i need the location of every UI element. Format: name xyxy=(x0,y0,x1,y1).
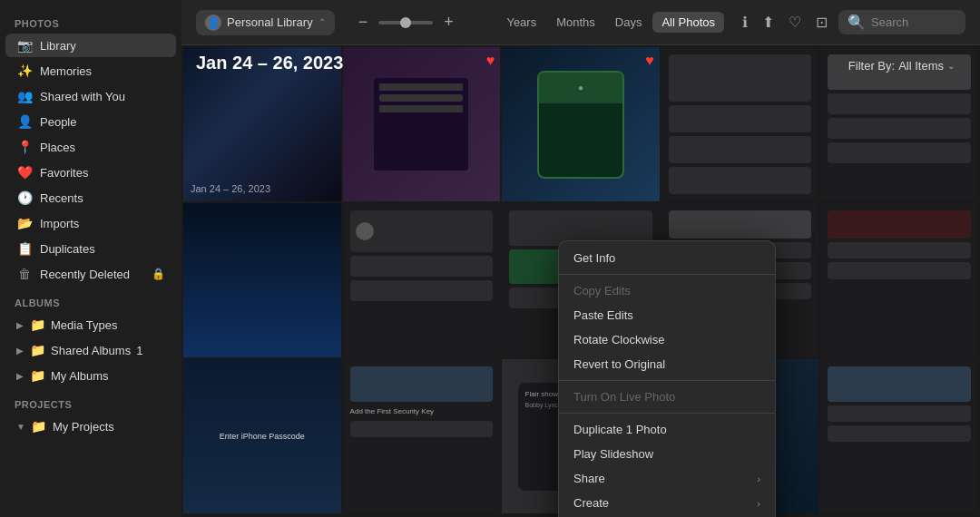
ctx-label-revert-to-original: Revert to Original xyxy=(573,357,665,371)
view-months-button[interactable]: Months xyxy=(547,12,604,33)
sidebar-label-shared-albums: Shared Albums xyxy=(51,344,131,357)
sidebar-label-imports: Imports xyxy=(40,217,79,230)
projects-section-title: Projects xyxy=(0,388,181,414)
sidebar-label-duplicates: Duplicates xyxy=(40,242,95,256)
my-albums-icon: 📁 xyxy=(29,367,45,384)
ctx-item-turn-on-live: Turn On Live Photo xyxy=(559,385,775,409)
shared-albums-badge: 1 xyxy=(136,344,142,357)
sidebar-label-my-projects: My Projects xyxy=(53,420,114,434)
view-all-photos-button[interactable]: All Photos xyxy=(652,12,724,33)
ctx-label-create: Create xyxy=(573,496,609,510)
ctx-label-rotate-clockwise: Rotate Clockwise xyxy=(573,333,664,346)
sidebar-group-my-albums[interactable]: ▶ 📁 My Albums xyxy=(5,364,176,387)
sidebar-label-people: People xyxy=(40,115,76,129)
media-types-icon: 📁 xyxy=(29,317,45,333)
sidebar-group-media-types[interactable]: ▶ 📁 Media Types xyxy=(5,313,176,337)
ctx-item-play-slideshow[interactable]: Play Slideshow xyxy=(559,442,775,466)
sidebar-label-places: Places xyxy=(40,141,75,154)
sidebar-label-deleted: Recently Deleted xyxy=(40,268,130,281)
sidebar-item-memories[interactable]: ✨ Memories xyxy=(5,59,176,83)
ctx-label-get-info: Get Info xyxy=(573,251,615,265)
duplicates-icon: 📋 xyxy=(16,240,33,257)
sidebar-group-shared-albums[interactable]: ▶ 📁 Shared Albums 1 xyxy=(5,338,176,362)
library-label: Personal Library xyxy=(227,15,313,29)
ctx-item-create[interactable]: Create › xyxy=(559,491,775,515)
library-selector[interactable]: 👤 Personal Library ⌃ xyxy=(196,10,335,35)
sidebar-label-shared: Shared with You xyxy=(40,90,125,103)
sidebar-item-library[interactable]: 📷 Library xyxy=(5,34,176,57)
sidebar-item-places[interactable]: 📍 Places xyxy=(5,135,176,159)
share-arrow-icon: › xyxy=(757,473,760,484)
favorites-icon: ❤️ xyxy=(16,164,33,180)
sidebar-item-recently-deleted[interactable]: 🗑 Recently Deleted 🔒 xyxy=(5,262,176,286)
sidebar-group-my-projects[interactable]: ▼ 📁 My Projects xyxy=(5,415,176,438)
share-button[interactable]: ⬆ xyxy=(759,10,778,34)
toolbar-actions: ℹ ⬆ ♡ ⊡ xyxy=(739,10,831,34)
ctx-label-copy-edits: Copy Edits xyxy=(573,284,631,298)
sidebar-label-media-types: Media Types xyxy=(51,318,117,332)
info-button[interactable]: ℹ xyxy=(739,10,751,34)
shared-albums-icon: 📁 xyxy=(29,342,45,358)
create-arrow-icon: › xyxy=(757,498,760,509)
chevron-my-projects: ▼ xyxy=(16,422,25,432)
ctx-item-copy-edits: Copy Edits xyxy=(559,278,775,303)
zoom-in-button[interactable]: + xyxy=(438,9,459,35)
ctx-item-paste-edits[interactable]: Paste Edits xyxy=(559,303,775,327)
favorites-button[interactable]: ♡ xyxy=(785,10,805,34)
ctx-label-paste-edits: Paste Edits xyxy=(573,308,633,322)
view-years-button[interactable]: Years xyxy=(497,12,545,33)
ctx-label-play-slideshow: Play Slideshow xyxy=(573,447,653,461)
sidebar-label-favorites: Favorites xyxy=(40,166,88,180)
sidebar-item-duplicates[interactable]: 📋 Duplicates xyxy=(5,237,176,260)
ctx-label-share: Share xyxy=(573,472,605,485)
sidebar-item-favorites[interactable]: ❤️ Favorites xyxy=(5,161,176,184)
photo-grid-area: Jan 24 – 26, 2023 Filter By: All Items ⌄… xyxy=(181,45,980,517)
ctx-item-get-info[interactable]: Get Info xyxy=(559,246,775,270)
ctx-item-revert-to-original[interactable]: Revert to Original xyxy=(559,352,775,376)
library-icon: 📷 xyxy=(16,37,33,54)
zoom-thumb xyxy=(400,17,411,28)
sidebar-item-recents[interactable]: 🕐 Recents xyxy=(5,186,176,210)
lock-icon: 🔒 xyxy=(152,268,165,280)
photos-section-title: Photos xyxy=(0,7,181,33)
zoom-out-button[interactable]: − xyxy=(353,9,374,35)
albums-section-title: Albums xyxy=(0,287,181,312)
ctx-item-share[interactable]: Share › xyxy=(559,466,775,491)
dropdown-chevron-icon: ⌃ xyxy=(318,17,326,27)
shared-icon: 👥 xyxy=(16,88,33,104)
main-content: 👤 Personal Library ⌃ − + Years Months Da… xyxy=(181,0,980,517)
toolbar: 👤 Personal Library ⌃ − + Years Months Da… xyxy=(181,0,980,45)
sidebar-item-imports[interactable]: 📂 Imports xyxy=(5,211,176,235)
chevron-media-types: ▶ xyxy=(16,320,24,330)
people-icon: 👤 xyxy=(16,113,33,130)
context-menu: Get Info Copy Edits Paste Edits Rotate C… xyxy=(558,240,776,517)
chevron-shared-albums: ▶ xyxy=(16,346,24,356)
places-icon: 📍 xyxy=(16,139,33,155)
sidebar: Photos 📷 Library ✨ Memories 👥 Shared wit… xyxy=(0,0,181,517)
search-box[interactable]: 🔍 xyxy=(838,10,965,34)
sidebar-item-people[interactable]: 👤 People xyxy=(5,110,176,133)
slideshow-button[interactable]: ⊡ xyxy=(812,10,831,34)
ctx-separator xyxy=(559,274,775,275)
chevron-my-albums: ▶ xyxy=(16,371,24,381)
ctx-item-duplicate[interactable]: Duplicate 1 Photo xyxy=(559,417,775,442)
search-input[interactable] xyxy=(871,15,956,29)
zoom-control: − + xyxy=(353,9,459,35)
zoom-slider[interactable] xyxy=(378,21,433,24)
ctx-label-duplicate: Duplicate 1 Photo xyxy=(573,423,667,436)
sidebar-item-shared-with-you[interactable]: 👥 Shared with You xyxy=(5,84,176,108)
sidebar-label-my-albums: My Albums xyxy=(51,369,109,383)
ctx-separator xyxy=(559,413,775,414)
sidebar-label-library: Library xyxy=(40,39,76,53)
my-projects-icon: 📁 xyxy=(31,418,47,434)
deleted-icon: 🗑 xyxy=(16,266,33,282)
imports-icon: 📂 xyxy=(16,215,33,231)
memories-icon: ✨ xyxy=(16,63,33,79)
recents-icon: 🕐 xyxy=(16,190,33,206)
ctx-item-rotate-clockwise[interactable]: Rotate Clockwise xyxy=(559,327,775,352)
sidebar-label-memories: Memories xyxy=(40,64,92,78)
context-menu-overlay: Get Info Copy Edits Paste Edits Rotate C… xyxy=(181,45,980,517)
ctx-separator xyxy=(559,380,775,381)
view-days-button[interactable]: Days xyxy=(606,12,652,33)
view-buttons: Years Months Days All Photos xyxy=(497,12,724,33)
